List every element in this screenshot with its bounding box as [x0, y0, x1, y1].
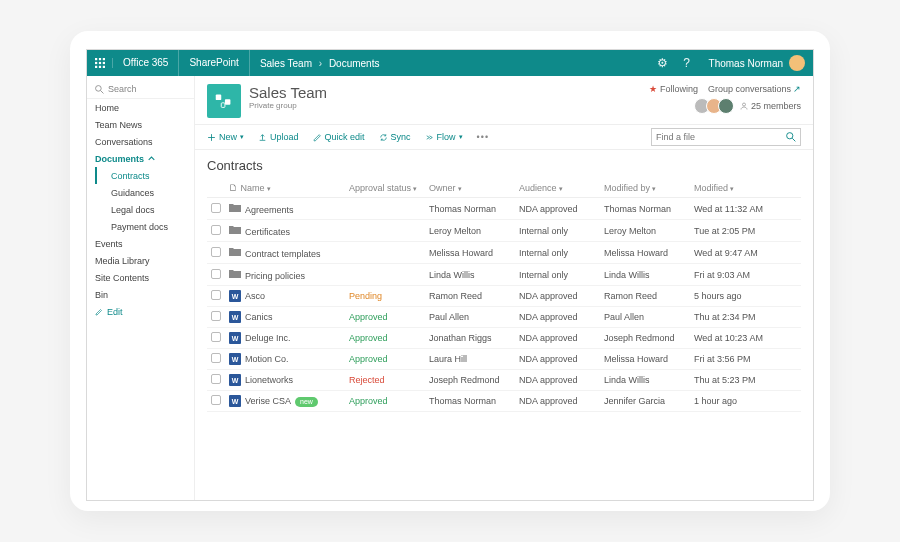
cell-name[interactable]: Pricing policies [225, 264, 345, 286]
suite-link-sharepoint[interactable]: SharePoint [179, 50, 249, 76]
table-row[interactable]: AgreementsThomas NormanNDA approvedThoma… [207, 198, 801, 220]
row-checkbox[interactable] [211, 269, 221, 279]
search-icon [786, 132, 796, 142]
row-checkbox[interactable] [211, 247, 221, 257]
breadcrumb-site[interactable]: Sales Team [260, 58, 312, 69]
follow-button[interactable]: ★ Following [649, 84, 698, 94]
cell-name[interactable]: WAsco [225, 286, 345, 307]
folder-icon [229, 268, 241, 280]
suite-link-office[interactable]: Office 365 [113, 50, 179, 76]
cell-modified-by: Ramon Reed [600, 286, 690, 307]
svg-rect-7 [98, 66, 100, 68]
col-modified-by[interactable]: Modified by▾ [600, 179, 690, 198]
help-icon[interactable]: ? [675, 56, 699, 70]
col-owner[interactable]: Owner▾ [425, 179, 515, 198]
cmd-flow[interactable]: Flow▾ [425, 132, 463, 142]
nav-legal-docs[interactable]: Legal docs [103, 201, 194, 218]
cell-name[interactable]: Certificates [225, 220, 345, 242]
cmd-upload[interactable]: Upload [258, 132, 299, 142]
nav-guidances[interactable]: Guidances [103, 184, 194, 201]
search-box[interactable]: Search [87, 80, 194, 99]
cell-modified: 1 hour ago [690, 391, 801, 412]
cell-approval [345, 242, 425, 264]
word-doc-icon: W [229, 311, 241, 323]
col-approval[interactable]: Approval status▾ [345, 179, 425, 198]
col-name[interactable]: 🗋 Name▾ [225, 179, 345, 198]
cell-modified: Thu at 5:23 PM [690, 370, 801, 391]
row-checkbox[interactable] [211, 395, 221, 405]
find-file-box[interactable] [651, 128, 801, 146]
person-icon [740, 102, 748, 110]
member-avatars[interactable] [698, 98, 734, 114]
svg-rect-0 [95, 58, 97, 60]
nav-events[interactable]: Events [87, 235, 194, 252]
table-row[interactable]: WVerise CSAnewApprovedThomas NormanNDA a… [207, 391, 801, 412]
cell-name[interactable]: Contract templates [225, 242, 345, 264]
col-audience[interactable]: Audience▾ [515, 179, 600, 198]
table-row[interactable]: WAscoPendingRamon ReedNDA approvedRamon … [207, 286, 801, 307]
cell-modified: Thu at 2:34 PM [690, 307, 801, 328]
nav-home[interactable]: Home [87, 99, 194, 116]
cell-name[interactable]: Agreements [225, 198, 345, 220]
row-checkbox[interactable] [211, 332, 221, 342]
cell-name[interactable]: WLionetworks [225, 370, 345, 391]
cell-owner: Laura Hill [425, 349, 515, 370]
table-row[interactable]: WCanicsApprovedPaul AllenNDA approvedPau… [207, 307, 801, 328]
nav-site-contents[interactable]: Site Contents [87, 269, 194, 286]
cell-approval: Approved [345, 349, 425, 370]
breadcrumb-library[interactable]: Documents [329, 58, 380, 69]
nav-conversations[interactable]: Conversations [87, 133, 194, 150]
cell-owner: Jonathan Riggs [425, 328, 515, 349]
search-placeholder: Search [108, 84, 137, 94]
row-checkbox[interactable] [211, 353, 221, 363]
members-label: 25 members [751, 101, 801, 111]
cell-name[interactable]: WMotion Co. [225, 349, 345, 370]
plus-icon [207, 133, 216, 142]
nav-documents[interactable]: Documents [87, 150, 194, 167]
page-title: Sales Team [249, 84, 327, 101]
cell-modified: Fri at 9:03 AM [690, 264, 801, 286]
group-conversations-link[interactable]: Group conversations↗ [708, 84, 801, 94]
table-row[interactable]: WDeluge Inc.ApprovedJonathan RiggsNDA ap… [207, 328, 801, 349]
settings-icon[interactable]: ⚙ [651, 56, 675, 70]
app-launcher[interactable] [87, 58, 113, 68]
row-checkbox[interactable] [211, 374, 221, 384]
nav-edit[interactable]: Edit [87, 303, 194, 320]
find-file-input[interactable] [656, 132, 786, 142]
cell-name[interactable]: WCanics [225, 307, 345, 328]
row-checkbox[interactable] [211, 225, 221, 235]
row-checkbox[interactable] [211, 203, 221, 213]
cell-audience: NDA approved [515, 198, 600, 220]
svg-rect-12 [225, 99, 231, 105]
nav-team-news[interactable]: Team News [87, 116, 194, 133]
folder-icon [229, 202, 241, 214]
cell-modified-by: Linda Willis [600, 264, 690, 286]
table-row[interactable]: WLionetworksRejectedJoseph RedmondNDA ap… [207, 370, 801, 391]
row-checkbox[interactable] [211, 311, 221, 321]
row-checkbox[interactable] [211, 290, 221, 300]
members-count[interactable]: 25 members [740, 101, 801, 111]
cell-modified-by: Joseph Redmond [600, 328, 690, 349]
nav-payment-docs[interactable]: Payment docs [103, 218, 194, 235]
upload-icon [258, 133, 267, 142]
new-pill: new [295, 397, 318, 407]
table-row[interactable]: CertificatesLeroy MeltonInternal onlyLer… [207, 220, 801, 242]
cmd-sync[interactable]: Sync [379, 132, 411, 142]
col-modified[interactable]: Modified▾ [690, 179, 801, 198]
nav-contracts[interactable]: Contracts [95, 167, 194, 184]
cmd-new[interactable]: New▾ [207, 132, 244, 142]
search-icon [95, 85, 104, 94]
command-bar: New▾ Upload Quick edit Sync Flow▾ ••• [195, 124, 813, 150]
nav-media-library[interactable]: Media Library [87, 252, 194, 269]
cell-owner: Joseph Redmond [425, 370, 515, 391]
cmd-quick-edit[interactable]: Quick edit [313, 132, 365, 142]
cell-name[interactable]: WDeluge Inc. [225, 328, 345, 349]
user-menu[interactable]: Thomas Norman [699, 55, 813, 71]
svg-rect-2 [102, 58, 104, 60]
table-row[interactable]: Contract templatesMelissa HowardInternal… [207, 242, 801, 264]
nav-bin[interactable]: Bin [87, 286, 194, 303]
cmd-overflow[interactable]: ••• [477, 132, 489, 142]
table-row[interactable]: Pricing policiesLinda WillisInternal onl… [207, 264, 801, 286]
table-row[interactable]: WMotion Co.ApprovedLaura HillNDA approve… [207, 349, 801, 370]
cell-name[interactable]: WVerise CSAnew [225, 391, 345, 412]
